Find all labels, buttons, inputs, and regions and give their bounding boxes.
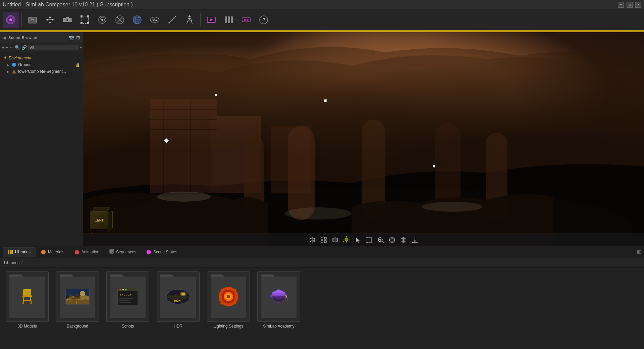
tree-item-ground[interactable]: ▶ Ground 🔒	[0, 61, 83, 68]
toolbar-globe-button[interactable]	[129, 12, 145, 28]
vp-fit-button[interactable]	[319, 235, 329, 245]
svg-point-119	[227, 295, 230, 298]
scripts-icon-box: </...>	[106, 271, 149, 322]
toolbar-animation-button[interactable]	[203, 12, 219, 28]
toolbar-select-button[interactable]	[77, 12, 93, 28]
library-item-3dmodels[interactable]: 3D Models	[5, 271, 49, 332]
scripts-svg: </...>	[116, 287, 140, 307]
environment-label: Environment	[9, 56, 31, 60]
scene-tree: ☀ Environment ▶ Ground 🔒 ▶ towerComplete…	[0, 52, 83, 246]
add-item-icon[interactable]: +	[2, 45, 5, 51]
library-item-scripts[interactable]: </...> Scripts	[106, 271, 150, 332]
scene-browser-collapse-icon[interactable]: ◀	[3, 35, 6, 40]
camera-icon[interactable]: 📷	[68, 35, 74, 40]
scene-browser-panel: ◀ Scene Browser 📷 ⊞ + − ✏ 🔍 🔗 ▼ ☀ Enviro…	[0, 32, 83, 246]
toolbar-vr-button[interactable]	[238, 12, 254, 28]
svg-line-84	[23, 297, 24, 303]
toolbar-navigate-button[interactable]	[94, 12, 110, 28]
svg-rect-71	[11, 250, 13, 254]
library-item-simlab[interactable]: SimLab Academy	[257, 271, 301, 332]
vp-light-button[interactable]	[341, 235, 352, 245]
viewport-3d[interactable]: 📷 ⬚	[83, 32, 644, 246]
svg-line-20	[169, 16, 175, 23]
tab-sequences[interactable]: Sequences	[105, 247, 141, 257]
sequences-tab-icon	[109, 249, 114, 255]
viewport-canvas[interactable]	[83, 32, 644, 246]
library-item-hdr[interactable]: HDR HDR	[156, 271, 200, 332]
filter-dropdown-icon[interactable]: ▼	[79, 46, 83, 49]
3dmodels-label: 3D Models	[17, 324, 37, 329]
svg-line-85	[31, 297, 31, 303]
toolbar-walkthrough-button[interactable]	[181, 12, 198, 28]
svg-rect-111	[219, 296, 221, 298]
svg-line-23	[171, 18, 171, 19]
viewport-bottom-toolbar	[83, 234, 644, 246]
expand-icon[interactable]: ▶	[7, 63, 10, 67]
toolbar-open-button[interactable]	[24, 12, 41, 28]
library-item-background[interactable]: Background	[56, 271, 99, 332]
vp-shaded-button[interactable]	[330, 235, 340, 245]
vp-box-button[interactable]	[307, 235, 317, 245]
toolbar-compose-button[interactable]	[3, 12, 19, 28]
toolbar-measure-button[interactable]	[164, 12, 180, 28]
scene-browser-header: ◀ Scene Browser 📷 ⊞	[0, 32, 83, 43]
svg-rect-46	[288, 126, 315, 220]
scene-handle-1	[215, 94, 217, 96]
svg-text:?: ?	[263, 17, 266, 22]
toolbar-library-button[interactable]	[221, 12, 237, 28]
toolbar-render-button[interactable]	[112, 12, 128, 28]
expand-icon-2[interactable]: ▶	[7, 70, 10, 73]
vp-bbox-button[interactable]	[364, 235, 374, 245]
filter-input[interactable]	[28, 45, 78, 50]
edit-item-icon[interactable]: ✏	[10, 45, 13, 51]
minimize-button[interactable]: ─	[618, 2, 624, 8]
svg-rect-9	[87, 15, 89, 17]
tab-animation[interactable]: ⬤ Animation	[70, 247, 104, 257]
tab-materials[interactable]: ⬤ Materials	[36, 247, 69, 257]
toolbar-separator	[21, 13, 22, 27]
lighting-svg	[217, 285, 240, 308]
simlab-label: SimLab Academy	[263, 324, 294, 329]
svg-point-79	[639, 250, 640, 251]
lighting-label: Lighting Settings	[214, 324, 244, 329]
toolbar-help-button[interactable]: ?	[256, 12, 272, 28]
vp-grid-button[interactable]	[387, 235, 397, 245]
close-button[interactable]: ✕	[635, 2, 641, 8]
svg-rect-58	[367, 238, 372, 242]
restore-button[interactable]: □	[627, 2, 633, 8]
remove-item-icon[interactable]: −	[6, 45, 9, 51]
tree-item-environment[interactable]: ☀ Environment	[0, 54, 83, 61]
toolbar-transform-button[interactable]	[42, 12, 58, 28]
breadcrumb-libraries[interactable]: Libraries	[4, 260, 19, 265]
tab-libraries[interactable]: Libraries	[3, 247, 36, 257]
svg-line-64	[382, 241, 384, 243]
vp-select-button[interactable]	[353, 235, 363, 245]
tab-scene-states[interactable]: ⬤ Scene States	[142, 247, 182, 257]
search-item-icon[interactable]: 🔍	[15, 45, 20, 51]
svg-rect-35	[150, 99, 217, 193]
simlab-svg	[267, 286, 290, 308]
vp-grid2-button[interactable]	[398, 235, 409, 245]
svg-text:HDR: HDR	[174, 299, 181, 302]
svg-point-31	[247, 19, 249, 21]
svg-point-94	[120, 289, 121, 291]
vp-render-button[interactable]	[410, 235, 420, 245]
toolbar-separator-2	[200, 13, 201, 27]
svg-point-96	[125, 289, 127, 291]
library-item-lighting[interactable]: Lighting Settings	[207, 271, 250, 332]
grid-icon[interactable]: ⊞	[76, 35, 80, 40]
svg-point-52	[422, 202, 482, 212]
link-item-icon[interactable]: 🔗	[21, 45, 27, 51]
tree-item-tower[interactable]: ▶ towerComplete-Segment...	[0, 68, 83, 75]
toolbar-vr360-button[interactable]: 360	[147, 12, 163, 28]
svg-rect-11	[87, 22, 89, 24]
svg-rect-70	[10, 250, 11, 254]
breadcrumb-separator: /	[21, 260, 22, 265]
svg-point-50	[157, 192, 211, 202]
libraries-grid: 3D Models	[0, 267, 644, 336]
hdr-svg: HDR	[165, 287, 192, 307]
svg-point-95	[122, 289, 124, 291]
panel-settings-icon[interactable]	[636, 249, 641, 255]
vp-zoom-button[interactable]	[376, 235, 386, 245]
toolbar-camera-button[interactable]	[59, 12, 75, 28]
